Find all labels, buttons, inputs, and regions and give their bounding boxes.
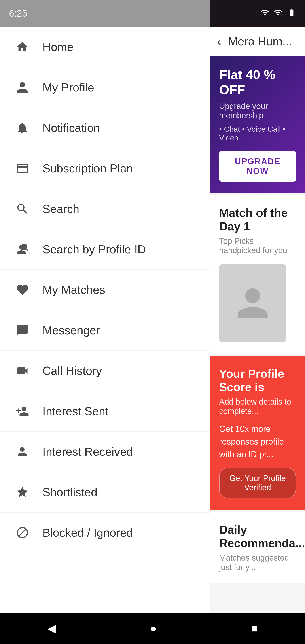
status-icons: [260, 8, 296, 19]
search-icon: [14, 200, 31, 218]
heart-icon: [14, 281, 31, 299]
sidebar-item-search-by-profile-id[interactable]: Search by Profile ID: [0, 229, 210, 270]
upgrade-features: • Chat • Voice Call • Video: [219, 125, 296, 142]
block-icon: [14, 524, 31, 542]
nav-back-button[interactable]: ◀: [47, 622, 56, 635]
nav-recents-button[interactable]: ■: [251, 622, 258, 635]
sidebar-item-interest-sent[interactable]: Interest Sent: [0, 391, 210, 432]
person-search-icon: [14, 240, 31, 258]
sidebar-label-search-profile-id: Search by Profile ID: [42, 242, 146, 256]
sidebar-item-my-matches[interactable]: My Matches: [0, 270, 210, 310]
person-received-icon: [14, 443, 31, 461]
sidebar-item-messenger[interactable]: Messenger: [0, 310, 210, 350]
sidebar-item-my-profile[interactable]: My Profile: [0, 67, 210, 108]
upgrade-card: Flat 40 % OFF Upgrade your membership • …: [210, 56, 305, 193]
star-icon: [14, 483, 31, 501]
sidebar-item-call-history[interactable]: Call History: [0, 350, 210, 391]
nav-home-button[interactable]: ●: [150, 622, 157, 635]
sidebar-item-search[interactable]: Search: [0, 189, 210, 229]
status-bar: 6:25: [0, 0, 305, 27]
subscription-icon: [14, 160, 31, 177]
profile-score-card: Your Profile Score is Add below details …: [210, 356, 305, 510]
sidebar-item-notification[interactable]: Notification: [0, 108, 210, 148]
sidebar-label-my-profile: My Profile: [42, 81, 94, 94]
sidebar-label-call-history: Call History: [42, 364, 102, 378]
daily-subtitle: Matches suggested just for y...: [219, 553, 296, 572]
chat-icon: [14, 321, 31, 339]
signal-icon: [274, 8, 283, 19]
daily-title: Daily Recommenda...: [219, 523, 296, 550]
home-icon: [14, 38, 31, 56]
android-nav-bar: ◀ ● ■: [0, 613, 305, 644]
sidebar-label-notification: Notification: [42, 121, 100, 134]
right-panel: ‹ Mera Hum... Flat 40 % OFF Upgrade your…: [210, 27, 305, 644]
sidebar-label-search: Search: [42, 202, 80, 216]
score-subtitle: Add below details to complete...: [219, 397, 296, 416]
sidebar-label-my-matches: My Matches: [42, 283, 105, 296]
sidebar-label-interest-sent: Interest Sent: [42, 404, 108, 418]
match-avatar[interactable]: [219, 264, 286, 342]
upgrade-desc: Upgrade your membership: [219, 102, 296, 120]
wifi-icon: [260, 8, 269, 19]
upgrade-now-button[interactable]: UPGRADE NOW: [219, 151, 296, 182]
sidebar-label-messenger: Messenger: [42, 324, 100, 337]
score-body-text: Get 10x more responses profile with an I…: [219, 422, 296, 461]
person-add-icon: [14, 402, 31, 420]
bell-icon: [14, 119, 31, 137]
verify-profile-button[interactable]: Get Your Profile Verified: [219, 468, 296, 498]
person-icon: [14, 78, 31, 96]
match-of-day-card: Match of the Day 1 Top Picks handpicked …: [210, 195, 305, 354]
right-panel-title: Mera Hum...: [228, 35, 292, 48]
upgrade-discount: Flat 40 % OFF: [219, 67, 296, 97]
sidebar-label-subscription: Subscription Plan: [42, 162, 133, 175]
daily-recommendation-card: Daily Recommenda... Matches suggested ju…: [210, 512, 305, 583]
sidebar-item-interest-received[interactable]: Interest Received: [0, 432, 210, 472]
sidebar-item-shortlisted[interactable]: Shortlisted: [0, 472, 210, 512]
sidebar-label-shortlisted: Shortlisted: [42, 486, 98, 499]
score-title: Your Profile Score is: [219, 367, 296, 394]
sidebar-label-home: Home: [42, 40, 74, 54]
match-title: Match of the Day 1: [219, 206, 296, 233]
video-icon: [14, 362, 31, 380]
sidebar-item-blocked-ignored[interactable]: Blocked / Ignored: [0, 512, 210, 553]
sidebar-item-subscription-plan[interactable]: Subscription Plan: [0, 148, 210, 189]
match-subtitle: Top Picks handpicked for you: [219, 236, 296, 255]
sidebar: Home My Profile Notification Subscriptio…: [0, 0, 210, 644]
battery-icon: [287, 8, 296, 19]
status-time: 6:25: [9, 8, 27, 19]
right-panel-header: ‹ Mera Hum...: [210, 27, 305, 56]
sidebar-item-home[interactable]: Home: [0, 27, 210, 67]
sidebar-label-blocked-ignored: Blocked / Ignored: [42, 526, 133, 539]
sidebar-label-interest-received: Interest Received: [42, 445, 133, 458]
back-button[interactable]: ‹: [217, 34, 221, 49]
